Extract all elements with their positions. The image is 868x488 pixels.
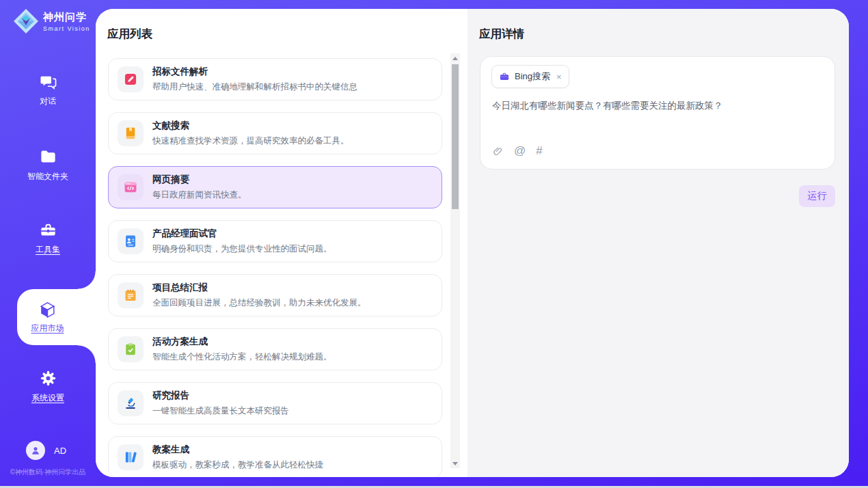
brand-subtitle: Smart Vision (43, 25, 90, 32)
cube-icon (38, 301, 57, 319)
pen-square-icon (118, 66, 144, 92)
prompt-toolbar: @ # (492, 144, 543, 158)
brand-logo: 神州问学 Smart Vision (12, 8, 90, 35)
app-name: 活动方案生成 (152, 336, 332, 348)
gear-icon (39, 369, 57, 388)
app-list-item[interactable]: 活动方案生成 智能生成个性化活动方案，轻松解决规划难题。 (108, 328, 442, 370)
app-list-title: 应用列表 (107, 27, 152, 42)
clipboard-check-icon (118, 336, 144, 362)
app-background: { "brand": {"name": "神州问学", "subtitle": … (0, 0, 868, 488)
scrollbar-thumb[interactable] (452, 64, 459, 209)
app-name: 文献搜索 (152, 120, 349, 132)
app-list-item[interactable]: 产品经理面试官 明确身份和职责，为您提供专业性的面试问题。 (108, 220, 442, 262)
toolbox-icon (39, 221, 57, 239)
sidebar-item-chat[interactable]: 对话 (0, 72, 96, 107)
app-list-pane: 应用列表 招标文件解析 帮助用户快速、准确地理解和解析招标书中的关键信息 文献搜… (96, 9, 467, 477)
folder-icon (39, 148, 57, 166)
scroll-down-arrow-icon[interactable] (450, 459, 460, 468)
app-list: 招标文件解析 帮助用户快速、准确地理解和解析招标书中的关键信息 文献搜索 快速精… (108, 58, 442, 477)
run-button[interactable]: 运行 (799, 185, 835, 207)
app-description: 帮助用户快速、准确地理解和解析招标书中的关键信息 (152, 81, 357, 93)
app-description: 明确身份和职责，为您提供专业性的面试问题。 (152, 243, 332, 255)
sidebar-item-label: 应用市场 (31, 323, 64, 334)
app-list-item[interactable]: 项目总结汇报 全面回顾项目进展，总结经验教训，助力未来优化发展。 (108, 274, 442, 316)
app-name: 研究报告 (152, 390, 289, 402)
app-list-item[interactable]: 教案生成 模板驱动，教案秒成，教学准备从此轻松快捷 (108, 436, 442, 477)
app-name: 网页摘要 (152, 174, 247, 186)
app-description: 每日政府新闻资讯快查。 (152, 189, 247, 201)
app-description: 智能生成个性化活动方案，轻松解决规划难题。 (152, 351, 332, 363)
app-name: 产品经理面试官 (152, 228, 332, 240)
briefcase-icon (499, 71, 510, 82)
app-detail-title: 应用详情 (479, 27, 524, 42)
topic-icon[interactable]: # (536, 144, 542, 158)
main-content: 应用列表 招标文件解析 帮助用户快速、准确地理解和解析招标书中的关键信息 文献搜… (96, 9, 849, 477)
microscope-icon (118, 390, 144, 416)
brand-name: 神州问学 (43, 11, 90, 24)
avatar[interactable] (26, 441, 45, 460)
sidebar-item-folder[interactable]: 智能文件夹 (0, 148, 96, 182)
app-list-item[interactable]: 文献搜索 快速精准查找学术资源，提高研究效率的必备工具。 (108, 112, 442, 154)
user-label: AD (54, 446, 66, 456)
book-icon (118, 120, 144, 146)
attachment-icon[interactable] (492, 146, 504, 157)
app-list-item[interactable]: 招标文件解析 帮助用户快速、准确地理解和解析招标书中的关键信息 (108, 58, 442, 100)
sidebar-item-cube[interactable]: 应用市场 (17, 289, 96, 345)
tag-close-icon[interactable]: × (556, 72, 562, 82)
chat-icon (39, 72, 57, 91)
note-icon (118, 282, 144, 308)
browser-code-icon (118, 174, 144, 200)
app-description: 一键智能生成高质量长文本研究报告 (152, 405, 289, 417)
scroll-up-arrow-icon[interactable] (450, 53, 460, 63)
sidebar-item-label: 对话 (40, 96, 56, 107)
sidebar-item-gear[interactable]: 系统设置 (0, 369, 96, 404)
sidebar-footer: ©神州数码·神州问学出品 (0, 467, 96, 477)
sidebar: 神州问学 Smart Vision 对话 智能文件夹 工具集 应用市场 系统设置… (0, 0, 96, 488)
sidebar-item-label: 智能文件夹 (27, 171, 68, 182)
app-list-item[interactable]: 网页摘要 每日政府新闻资讯快查。 (108, 166, 442, 208)
prompt-card: Bing搜索 × 今日湖北有哪些新闻要点？有哪些需要关注的最新政策？ @ # (480, 56, 835, 170)
scrollbar[interactable] (450, 53, 460, 468)
app-name: 教案生成 (152, 444, 323, 456)
brand-diamond-icon (12, 8, 40, 35)
sidebar-item-toolbox[interactable]: 工具集 (0, 221, 96, 256)
books-icon (118, 444, 144, 470)
mention-icon[interactable]: @ (514, 144, 526, 158)
app-detail-pane: 应用详情 Bing搜索 × 今日湖北有哪些新闻要点？有哪些需要关注的最新政策？ … (467, 9, 849, 477)
app-description: 模板驱动，教案秒成，教学准备从此轻松快捷 (152, 459, 323, 471)
app-name: 项目总结汇报 (152, 282, 366, 294)
sidebar-item-label: 系统设置 (31, 392, 64, 404)
user-icon (29, 444, 42, 457)
user-row[interactable]: AD (0, 441, 96, 460)
app-description: 全面回顾项目进展，总结经验教训，助力未来优化发展。 (152, 297, 366, 309)
prompt-input[interactable]: 今日湖北有哪些新闻要点？有哪些需要关注的最新政策？ (492, 99, 824, 113)
app-list-item[interactable]: 研究报告 一键智能生成高质量长文本研究报告 (108, 382, 442, 424)
app-name: 招标文件解析 (152, 66, 357, 78)
tool-tag-label: Bing搜索 (515, 70, 550, 83)
person-doc-icon (118, 228, 144, 254)
app-description: 快速精准查找学术资源，提高研究效率的必备工具。 (152, 135, 349, 147)
tool-tag-bing-search[interactable]: Bing搜索 × (491, 65, 569, 88)
sidebar-item-label: 工具集 (36, 244, 60, 256)
